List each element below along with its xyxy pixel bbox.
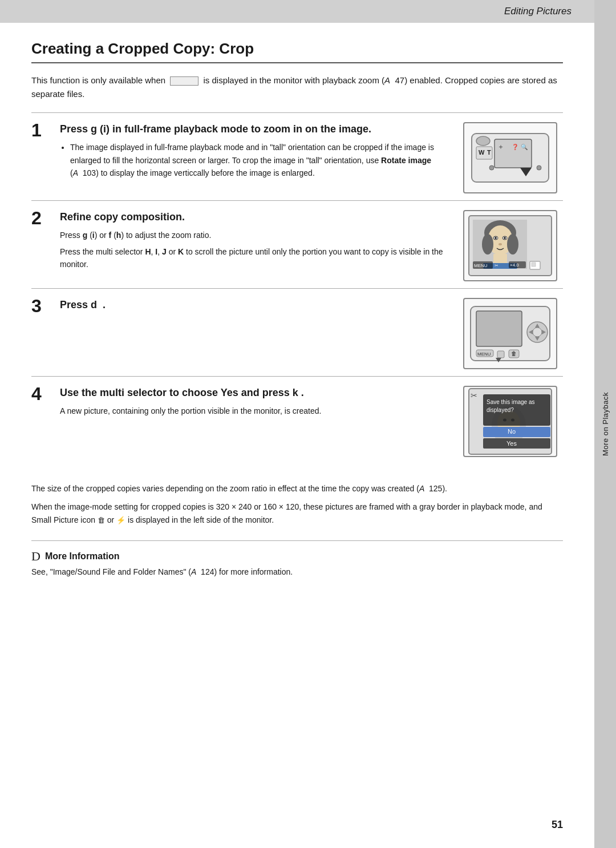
svg-point-18: [495, 237, 497, 239]
camera-back-svg: MENU 🗑: [466, 301, 554, 366]
right-tab: More on Playback: [594, 0, 616, 848]
crop-illustration: MENU ✂ ×4.0: [463, 210, 557, 281]
footer-notes: The size of the cropped copies varies de…: [31, 473, 563, 527]
camera-top-illustration: W T ＋ ❓ 🔍: [463, 122, 557, 193]
svg-text:T: T: [487, 149, 491, 156]
svg-point-11: [476, 136, 490, 146]
step-1-section: 1 Press g (i) in full-frame playback mod…: [31, 112, 563, 200]
camera-back-illustration: MENU 🗑: [463, 298, 557, 369]
step-3-section: 3 Press d .: [31, 288, 563, 376]
svg-rect-31: [532, 263, 536, 266]
svg-text:displayed?: displayed?: [487, 407, 514, 413]
step-2-heading: Refine copy composition.: [60, 210, 452, 224]
content-area: Creating a Cropped Copy: Crop This funct…: [0, 23, 594, 593]
svg-text:🔍: 🔍: [521, 143, 528, 151]
svg-text:✂: ✂: [471, 391, 477, 400]
step-4-section: 4 Use the multi selector to choose Yes a…: [31, 376, 563, 464]
step-2-section: 2 Refine copy composition. Press g (i) o…: [31, 200, 563, 288]
d-icon: D: [31, 549, 40, 564]
crop-svg: MENU ✂ ×4.0: [466, 213, 554, 278]
step-1-heading: Press g (i) in full-frame playback mode …: [60, 122, 452, 136]
step-4-number: 4: [31, 383, 54, 405]
svg-text:🗑: 🗑: [511, 350, 517, 357]
svg-point-24: [507, 234, 518, 255]
svg-text:W: W: [479, 149, 485, 156]
svg-text:＋: ＋: [497, 143, 504, 151]
step-4-inner: 4 Use the multi selector to choose Yes a…: [31, 386, 563, 457]
footer-note-1: The size of the cropped copies varies de…: [31, 482, 563, 495]
page-number: 51: [552, 819, 563, 831]
svg-rect-33: [476, 311, 522, 346]
footer-note-2: When the image-mode setting for cropped …: [31, 500, 563, 526]
step-2-number: 2: [31, 208, 54, 229]
step-2-body: Press g (i) or f (h) to adjust the zoom …: [60, 229, 452, 270]
camera-top-svg: W T ＋ ❓ 🔍: [466, 125, 554, 191]
header-title: Editing Pictures: [504, 6, 572, 17]
step-3-heading: Press d .: [60, 298, 452, 312]
step-2-inner: 2 Refine copy composition. Press g (i) o…: [31, 210, 563, 281]
svg-rect-42: [497, 351, 504, 358]
svg-point-19: [504, 237, 506, 239]
svg-text:Yes: Yes: [506, 440, 517, 447]
more-info-header: D More Information: [31, 549, 563, 564]
svg-text:No: No: [508, 428, 516, 435]
page-title: Creating a Cropped Copy: Crop: [31, 40, 563, 63]
more-info-text: See, "Image/Sound File and Folder Names"…: [31, 567, 563, 576]
step-2-text: Refine copy composition. Press g (i) or …: [60, 210, 452, 270]
step-3-number: 3: [31, 296, 54, 317]
svg-point-9: [489, 165, 494, 170]
or-text: or: [107, 515, 114, 524]
right-tab-label: More on Playback: [601, 392, 610, 456]
step-3-text: Press d .: [60, 298, 452, 317]
svg-text:❓: ❓: [512, 143, 519, 151]
step-4-heading: Use the multi selector to choose Yes and…: [60, 386, 452, 400]
svg-text:MENU: MENU: [477, 352, 491, 357]
step-4-text: Use the multi selector to choose Yes and…: [60, 386, 452, 418]
step-1-body: The image displayed in full-frame playba…: [60, 141, 452, 179]
header-bar: Editing Pictures: [0, 0, 594, 23]
svg-point-20: [499, 243, 502, 245]
save-dialog-illustration: ✂ Save this image as displayed? No: [463, 386, 557, 457]
svg-rect-55: [483, 427, 550, 437]
svg-point-23: [482, 234, 493, 255]
svg-text:×4.0: ×4.0: [510, 263, 519, 268]
save-dialog-svg: ✂ Save this image as displayed? No: [466, 386, 554, 457]
intro-text: This function is only available when is …: [31, 74, 563, 101]
step-1-inner: 1 Press g (i) in full-frame playback mod…: [31, 122, 563, 193]
step-1-text: Press g (i) in full-frame playback mode …: [60, 122, 452, 181]
svg-rect-57: [483, 438, 550, 449]
more-info-title: More Information: [45, 551, 120, 562]
step-4-image: ✂ Save this image as displayed? No: [463, 386, 563, 457]
svg-text:✂: ✂: [495, 263, 499, 268]
svg-point-10: [537, 165, 541, 170]
svg-text:Save this image as: Save this image as: [487, 399, 535, 405]
step-3-image: MENU 🗑: [463, 298, 563, 369]
monitor-icon-placeholder: [170, 76, 198, 86]
page-container: Editing Pictures Creating a Cropped Copy…: [0, 0, 616, 848]
step-2-image: MENU ✂ ×4.0: [463, 210, 563, 281]
step-1-number: 1: [31, 120, 54, 141]
svg-text:MENU: MENU: [474, 263, 488, 268]
step-1-image: W T ＋ ❓ 🔍: [463, 122, 563, 193]
svg-point-35: [533, 328, 542, 337]
step-3-inner: 3 Press d .: [31, 298, 563, 369]
step-4-body: A new picture, containing only the porti…: [60, 405, 452, 417]
more-info-box: D More Information See, "Image/Sound Fil…: [31, 540, 563, 576]
main-content: Editing Pictures Creating a Cropped Copy…: [0, 0, 594, 848]
